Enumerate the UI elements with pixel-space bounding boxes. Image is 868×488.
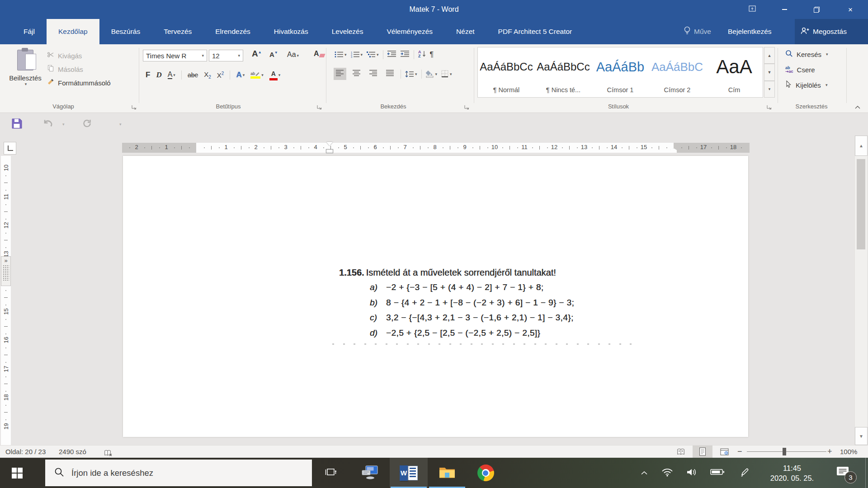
font-family-combo[interactable]: Times New R▾ xyxy=(143,50,207,61)
print-layout-button[interactable] xyxy=(693,446,712,458)
taskbar-app-chrome[interactable] xyxy=(467,458,505,488)
document-page[interactable]: 1.156.Ismételd át a műveletek sorrendjér… xyxy=(123,156,748,437)
align-center-button[interactable] xyxy=(350,68,363,80)
minimize-button[interactable] xyxy=(774,0,795,19)
vertical-scrollbar[interactable]: ▲ ▼ xyxy=(854,136,867,445)
font-dialog-launcher[interactable] xyxy=(316,103,322,109)
shading-button[interactable]: ▾ xyxy=(426,70,438,78)
align-left-button[interactable] xyxy=(334,68,346,80)
tray-battery-button[interactable] xyxy=(705,458,730,488)
paragraph-dialog-launcher[interactable] xyxy=(464,103,470,109)
change-case-button[interactable]: Aa▾ xyxy=(287,51,299,59)
copy-button[interactable]: Másolás xyxy=(47,62,111,76)
font-color-button[interactable]: A ▾ xyxy=(269,70,281,80)
style-item[interactable]: AaÁáBbCc¶ Normál xyxy=(478,47,535,97)
shrink-font-button[interactable]: A▼ xyxy=(269,51,278,58)
tab-levelezés[interactable]: Levelezés xyxy=(320,19,375,44)
gallery-up-button[interactable]: ▲ xyxy=(764,47,775,64)
gallery-more-button[interactable]: ▾ xyxy=(764,81,775,98)
task-view-button[interactable] xyxy=(316,458,345,488)
select-button[interactable]: Kijelölés▾ xyxy=(785,79,827,91)
highlight-button[interactable]: ab ▾ xyxy=(250,72,264,79)
save-button[interactable] xyxy=(12,118,22,131)
tab-elrendezés[interactable]: Elrendezés xyxy=(203,19,262,44)
cut-button[interactable]: Kivágás xyxy=(47,49,111,62)
tab-beszúrás[interactable]: Beszúrás xyxy=(99,19,152,44)
tab-pdf-architect-5-creator[interactable]: PDF Architect 5 Creator xyxy=(486,19,584,44)
zoom-in-button[interactable]: + xyxy=(827,446,832,458)
taskbar-app-file-explorer[interactable] xyxy=(428,458,466,488)
restore-button[interactable] xyxy=(806,0,827,19)
qat-customize-caret[interactable]: ▾ xyxy=(118,122,122,127)
tab-hivatkozás[interactable]: Hivatkozás xyxy=(262,19,320,44)
tray-show-hidden-button[interactable] xyxy=(635,458,654,488)
find-button[interactable]: Keresés▾ xyxy=(785,48,828,61)
taskbar-search[interactable] xyxy=(45,460,312,486)
zoom-out-button[interactable]: − xyxy=(737,446,742,458)
undo-dropdown-caret[interactable]: ▾ xyxy=(61,122,65,127)
pilcrow-button[interactable]: ¶ xyxy=(430,51,434,59)
zoom-level[interactable]: 100% xyxy=(840,446,857,458)
tab-tervezés[interactable]: Tervezés xyxy=(152,19,203,44)
start-button[interactable] xyxy=(0,458,34,488)
style-item[interactable]: AaACím xyxy=(706,47,763,97)
clipboard-dialog-launcher[interactable] xyxy=(131,103,137,109)
justify-button[interactable] xyxy=(384,68,396,80)
tell-me-box[interactable]: Műve xyxy=(684,19,711,44)
style-item[interactable]: AaÁáBbCCímsor 2 xyxy=(649,47,706,97)
sign-in-button[interactable]: Bejelentkezés xyxy=(728,19,772,44)
borders-button[interactable]: ▾ xyxy=(441,70,452,78)
gallery-down-button[interactable]: ▼ xyxy=(764,64,775,80)
multilevel-list-button[interactable]: ▾ xyxy=(367,51,379,58)
collapse-ribbon-button[interactable] xyxy=(854,103,863,109)
clear-formatting-button[interactable]: A xyxy=(314,50,325,58)
hanging-indent-marker[interactable] xyxy=(326,150,333,153)
strikethrough-button[interactable]: abe xyxy=(188,71,198,79)
tray-volume-button[interactable] xyxy=(681,458,703,488)
close-button[interactable]: × xyxy=(840,0,861,19)
align-right-button[interactable] xyxy=(367,68,380,80)
increase-indent-button[interactable] xyxy=(401,50,410,59)
read-mode-button[interactable] xyxy=(671,446,691,458)
word-count[interactable]: 2490 szó xyxy=(59,446,86,458)
format-painter-button[interactable]: Formátummásoló xyxy=(47,76,111,89)
grow-font-button[interactable]: A▲ xyxy=(252,49,262,59)
tab-nézet[interactable]: Nézet xyxy=(444,19,486,44)
share-button[interactable]: Megosztás xyxy=(795,19,868,44)
decrease-indent-button[interactable] xyxy=(387,50,396,59)
style-item[interactable]: AaÁáBbCc¶ Nincs té... xyxy=(535,47,592,97)
scrollbar-thumb[interactable] xyxy=(857,159,865,249)
ruler-expand-handle[interactable]: » xyxy=(1,256,11,286)
search-input[interactable] xyxy=(71,468,289,479)
zoom-slider-thumb[interactable] xyxy=(783,448,786,455)
v-ruler[interactable]: » 10111213141516171819 xyxy=(1,156,11,445)
tray-clock[interactable]: 11:45 2020. 05. 25. xyxy=(762,458,822,488)
h-ruler[interactable]: 211234567891011121314151718 xyxy=(122,143,750,153)
italic-button[interactable]: D xyxy=(156,70,161,80)
tab-fájl[interactable]: Fájl xyxy=(12,19,47,44)
numbered-list-button[interactable]: 123▾ xyxy=(351,51,363,58)
taskbar-app-word[interactable]: W xyxy=(390,458,428,488)
sort-button[interactable]: AZ xyxy=(418,50,426,59)
scroll-down-button[interactable]: ▼ xyxy=(855,427,868,445)
undo-button[interactable] xyxy=(42,118,54,130)
tray-network-button[interactable] xyxy=(656,458,678,488)
bullet-list-button[interactable]: ▾ xyxy=(335,51,347,58)
tray-pen-button[interactable] xyxy=(733,458,756,488)
action-center-button[interactable]: 3 xyxy=(833,458,863,488)
tab-véleményezés[interactable]: Véleményezés xyxy=(375,19,444,44)
font-size-combo[interactable]: 12▾ xyxy=(209,50,243,61)
redo-button[interactable] xyxy=(82,118,92,130)
page-indicator[interactable]: Oldal: 20 / 23 xyxy=(5,446,46,458)
tab-stop-selector[interactable] xyxy=(4,142,16,155)
ribbon-display-options-button[interactable] xyxy=(742,0,763,19)
line-spacing-button[interactable]: ▾ xyxy=(405,70,417,78)
text-effects-button[interactable]: A▾ xyxy=(236,70,245,80)
bold-button[interactable]: F xyxy=(146,70,150,80)
underline-button[interactable]: A▾ xyxy=(168,71,175,79)
replace-button[interactable]: ab⇢ac Csere xyxy=(785,63,815,76)
show-desktop-button[interactable] xyxy=(865,458,868,488)
scroll-up-button[interactable]: ▲ xyxy=(855,136,868,156)
styles-dialog-launcher[interactable] xyxy=(766,103,772,109)
taskbar-app-remote-desktop[interactable] xyxy=(351,458,389,488)
